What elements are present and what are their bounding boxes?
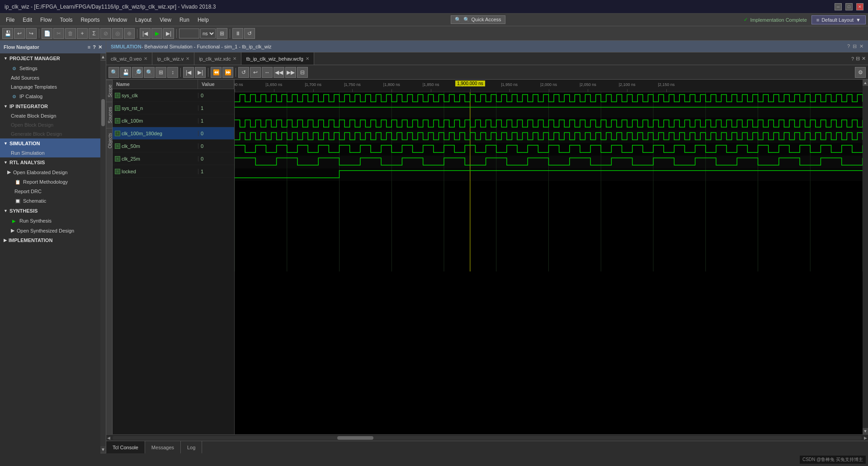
sidebar-item-add-sources[interactable]: Add Sources: [0, 73, 100, 82]
wave-zoom-out-button[interactable]: 🔍: [144, 67, 155, 78]
menu-layout[interactable]: Layout: [132, 15, 155, 24]
sidebar-item-run-synthesis[interactable]: ▶ Run Synthesis: [0, 216, 100, 226]
save-button[interactable]: 💾: [2, 28, 13, 39]
run-btn-1[interactable]: ⊘: [100, 28, 111, 39]
sidebar-item-open-synthesized-design[interactable]: ▶ Open Synthesized Design: [0, 226, 100, 235]
menu-tools[interactable]: Tools: [56, 15, 76, 24]
close-tab-clk-wiz-veo[interactable]: ✕: [144, 56, 147, 61]
sim-close-icon[interactable]: ✕: [859, 43, 863, 49]
wave-next-edge-button[interactable]: ▶|: [195, 67, 206, 78]
default-layout-button[interactable]: ≡ Default Layout ▼: [811, 15, 866, 24]
wave-left-button[interactable]: ◀◀: [274, 67, 284, 78]
tab-tb-wcfg[interactable]: tb_ip_clk_wiz_behav.wcfg ✕: [241, 52, 314, 65]
signal-row-clk_25m[interactable]: s clk_25m 0: [113, 152, 234, 165]
section-project-manager-header[interactable]: ▼ PROJECT MANAGER: [0, 53, 100, 63]
wave-zoom-sel-button[interactable]: ↕: [167, 67, 178, 78]
wave-go-next-button[interactable]: ⏩: [222, 67, 233, 78]
sidebar-item-ip-catalog[interactable]: ⚙ IP Catalog: [0, 91, 100, 101]
quick-access-bar[interactable]: 🔍 🔍 Quick Access: [451, 15, 505, 24]
section-implementation-header[interactable]: ▶ IMPLEMENTATION: [0, 235, 100, 245]
wave-prev-edge-button[interactable]: |◀: [183, 67, 194, 78]
hscroll-right-arrow[interactable]: ▶: [864, 436, 867, 440]
tab-float-icon[interactable]: ⊟: [856, 56, 860, 62]
sidebar-menu-icon[interactable]: ≡: [88, 44, 90, 50]
wave-canvas[interactable]: 1,900.000 ns |1,600 ns|1,650 ns|1,700 ns…: [235, 80, 863, 434]
redo-button[interactable]: ↪: [26, 28, 37, 39]
section-ip-integrator-header[interactable]: ▼ IP INTEGRATOR: [0, 101, 100, 111]
wave-save-button[interactable]: 💾: [120, 67, 131, 78]
sidebar-item-settings[interactable]: ⚙ Settings: [0, 63, 100, 73]
sidebar-item-report-drc[interactable]: Report DRC: [0, 187, 100, 196]
sidebar-item-schematic[interactable]: 🔲 Schematic: [0, 196, 100, 206]
close-button[interactable]: ✕: [856, 3, 863, 10]
send-time-button[interactable]: ⊞: [217, 28, 227, 39]
minimize-button[interactable]: ─: [835, 3, 842, 10]
add-button[interactable]: +: [77, 28, 88, 39]
sidebar-item-create-block-design[interactable]: Create Block Design: [0, 111, 100, 120]
restart-button[interactable]: ↺: [244, 28, 255, 39]
new-file-button[interactable]: 📄: [42, 28, 52, 39]
objects-tab[interactable]: Objects: [106, 128, 112, 153]
sidebar-item-run-simulation[interactable]: Run Simulation: [0, 148, 100, 157]
menu-run[interactable]: Run: [176, 15, 193, 24]
wave-scroll-down[interactable]: ▼: [863, 428, 868, 434]
tab-tcl-console[interactable]: Tcl Console: [106, 441, 145, 453]
wave-undo-button[interactable]: ↩: [250, 67, 261, 78]
close-tab-tb-wcfg[interactable]: ✕: [306, 56, 309, 61]
scroll-thumb[interactable]: [101, 99, 105, 126]
wave-settings-button[interactable]: ⚙: [855, 67, 866, 78]
tab-clk-wiz-veo[interactable]: clk_wiz_0.veo ✕: [106, 52, 152, 65]
sigma-button[interactable]: Σ: [89, 28, 99, 39]
signal-row-clk_100m_180deg[interactable]: s clk_100m_180deg 0: [113, 127, 234, 140]
sidebar-scrollbar[interactable]: ▲ ▼: [100, 53, 106, 453]
menu-window[interactable]: Window: [104, 15, 131, 24]
scroll-down-arrow[interactable]: ▼: [100, 446, 106, 453]
sidebar-item-report-methodology[interactable]: 📋 Report Methodology: [0, 177, 100, 187]
undo-button[interactable]: ↩: [14, 28, 25, 39]
tab-ip-clk-wiz-v[interactable]: ip_clk_wiz.v ✕: [152, 52, 194, 65]
signal-row-locked[interactable]: s locked 1: [113, 165, 234, 178]
run-btn-2[interactable]: ◎: [112, 28, 123, 39]
signal-row-sys_clk[interactable]: s sys_clk 0: [113, 89, 234, 102]
wave-right-button[interactable]: ▶▶: [285, 67, 296, 78]
signal-row-clk_50m[interactable]: s clk_50m 0: [113, 140, 234, 152]
section-rtl-analysis-header[interactable]: ▼ RTL ANALYSIS: [0, 157, 100, 167]
menu-reports[interactable]: Reports: [77, 15, 103, 24]
sidebar-help-icon[interactable]: ?: [93, 44, 96, 50]
menu-flow[interactable]: Flow: [37, 15, 55, 24]
section-simulation-header[interactable]: ▼ SIMULATION: [0, 138, 100, 148]
signal-row-clk_100m[interactable]: s clk_100m 1: [113, 114, 234, 127]
maximize-button[interactable]: □: [845, 3, 853, 10]
wave-zoom-fit-button[interactable]: ⊞: [156, 67, 166, 78]
tab-log[interactable]: Log: [181, 441, 202, 453]
cut-button[interactable]: ✂: [53, 28, 64, 39]
sim-time-input[interactable]: 10: [179, 29, 199, 38]
signal-row-sys_rst_n[interactable]: s sys_rst_n 1: [113, 102, 234, 114]
run-btn-3[interactable]: ⊕: [124, 28, 135, 39]
wave-redo-button[interactable]: ↔: [262, 67, 273, 78]
scroll-up-arrow[interactable]: ▲: [100, 53, 106, 61]
wave-zoom-in-button[interactable]: 🔎: [132, 67, 143, 78]
delete-button[interactable]: 🗑: [65, 28, 76, 39]
scope-tab[interactable]: Scope: [106, 80, 112, 102]
menu-edit[interactable]: Edit: [19, 15, 36, 24]
menu-help[interactable]: Help: [194, 15, 212, 24]
sidebar-item-language-templates[interactable]: Language Templates: [0, 82, 100, 91]
tab-messages[interactable]: Messages: [145, 441, 181, 453]
sim-help-icon[interactable]: ?: [847, 43, 850, 49]
step-button[interactable]: ▶|: [163, 28, 174, 39]
menu-view[interactable]: View: [156, 15, 175, 24]
menu-file[interactable]: File: [2, 15, 18, 24]
tab-help-icon[interactable]: ?: [851, 56, 854, 62]
tab-ip-clk-wiz-xdc[interactable]: ip_clk_wiz.xdc ✕: [194, 52, 241, 65]
sidebar-close-icon[interactable]: ✕: [98, 44, 102, 50]
pause-button[interactable]: ⏸: [232, 28, 243, 39]
section-synthesis-header[interactable]: ▼ SYNTHESIS: [0, 206, 100, 216]
close-tab-ip-clk-wiz-xdc[interactable]: ✕: [233, 56, 236, 61]
skip-back-button[interactable]: |◀: [140, 28, 151, 39]
sim-float-icon[interactable]: ⊟: [853, 43, 857, 49]
wave-collapse-button[interactable]: ⊟: [297, 67, 308, 78]
wave-vscroll[interactable]: ▲ ▼: [863, 80, 868, 434]
wave-go-prev-button[interactable]: ⏪: [211, 67, 222, 78]
hscroll-thumb[interactable]: [337, 436, 373, 440]
